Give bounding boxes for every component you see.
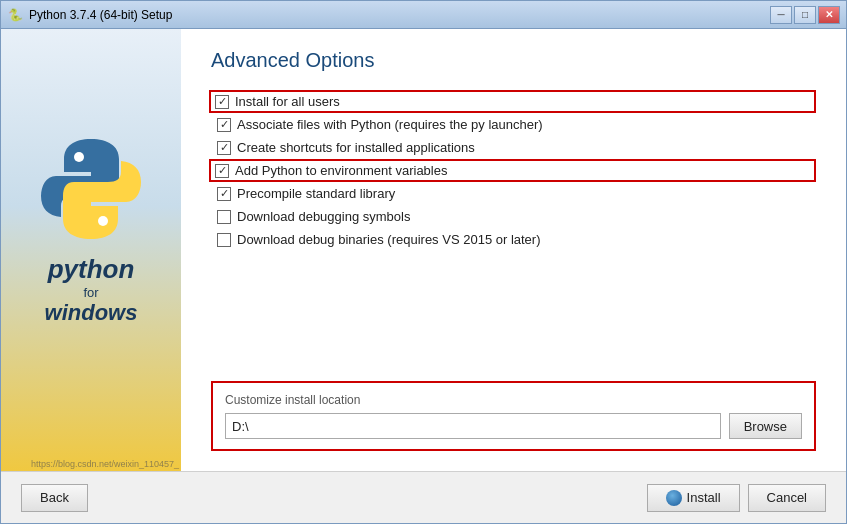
options-list: Install for all users Associate files wi…	[211, 90, 816, 365]
install-location-row: Browse	[225, 413, 802, 439]
button-bar: Back Install Cancel	[1, 471, 846, 523]
title-bar-buttons: ─ □ ✕	[770, 6, 840, 24]
cancel-button[interactable]: Cancel	[748, 484, 826, 512]
page-title: Advanced Options	[211, 49, 816, 72]
window-icon: 🐍	[7, 7, 23, 23]
label-precompile-stdlib: Precompile standard library	[237, 186, 395, 201]
checkbox-install-all-users[interactable]	[215, 95, 229, 109]
url-overlay: https://blog.csdn.net/weixin_110457_	[31, 459, 179, 469]
install-location-section: Customize install location Browse	[211, 381, 816, 451]
back-button[interactable]: Back	[21, 484, 88, 512]
title-bar: 🐍 Python 3.7.4 (64-bit) Setup ─ □ ✕	[1, 1, 846, 29]
window-title: Python 3.7.4 (64-bit) Setup	[29, 8, 770, 22]
option-create-shortcuts: Create shortcuts for installed applicati…	[211, 136, 816, 159]
browse-button[interactable]: Browse	[729, 413, 802, 439]
label-create-shortcuts: Create shortcuts for installed applicati…	[237, 140, 475, 155]
python-branding: python for windows	[45, 254, 138, 326]
svg-point-0	[74, 152, 84, 162]
install-button[interactable]: Install	[647, 484, 740, 512]
label-download-debug-binaries: Download debug binaries (requires VS 201…	[237, 232, 541, 247]
for-word: for	[45, 285, 138, 300]
checkbox-add-to-path[interactable]	[215, 164, 229, 178]
install-location-label: Customize install location	[225, 393, 802, 407]
checkbox-download-debug-symbols[interactable]	[217, 210, 231, 224]
checkbox-associate-files[interactable]	[217, 118, 231, 132]
python-word: python	[45, 254, 138, 285]
minimize-button[interactable]: ─	[770, 6, 792, 24]
checkbox-create-shortcuts[interactable]	[217, 141, 231, 155]
option-download-debug-symbols: Download debugging symbols	[211, 205, 816, 228]
setup-window: 🐍 Python 3.7.4 (64-bit) Setup ─ □ ✕	[0, 0, 847, 524]
label-install-all-users: Install for all users	[235, 94, 340, 109]
maximize-button[interactable]: □	[794, 6, 816, 24]
python-logo	[36, 134, 146, 244]
svg-point-1	[98, 216, 108, 226]
option-download-debug-binaries: Download debug binaries (requires VS 201…	[211, 228, 816, 251]
path-input[interactable]	[225, 413, 721, 439]
option-associate-files: Associate files with Python (requires th…	[211, 113, 816, 136]
label-associate-files: Associate files with Python (requires th…	[237, 117, 543, 132]
windows-word: windows	[45, 300, 138, 326]
sidebar: python for windows https://blog.csdn.net…	[1, 29, 181, 471]
option-install-all-users: Install for all users	[209, 90, 816, 113]
main-panel: Advanced Options Install for all users A…	[181, 29, 846, 471]
install-label: Install	[687, 490, 721, 505]
install-icon	[666, 490, 682, 506]
checkbox-download-debug-binaries[interactable]	[217, 233, 231, 247]
checkbox-precompile-stdlib[interactable]	[217, 187, 231, 201]
option-add-to-path: Add Python to environment variables	[209, 159, 816, 182]
label-download-debug-symbols: Download debugging symbols	[237, 209, 410, 224]
option-precompile-stdlib: Precompile standard library	[211, 182, 816, 205]
content-area: python for windows https://blog.csdn.net…	[1, 29, 846, 471]
label-add-to-path: Add Python to environment variables	[235, 163, 447, 178]
logo-container: python for windows	[36, 29, 146, 461]
close-button[interactable]: ✕	[818, 6, 840, 24]
